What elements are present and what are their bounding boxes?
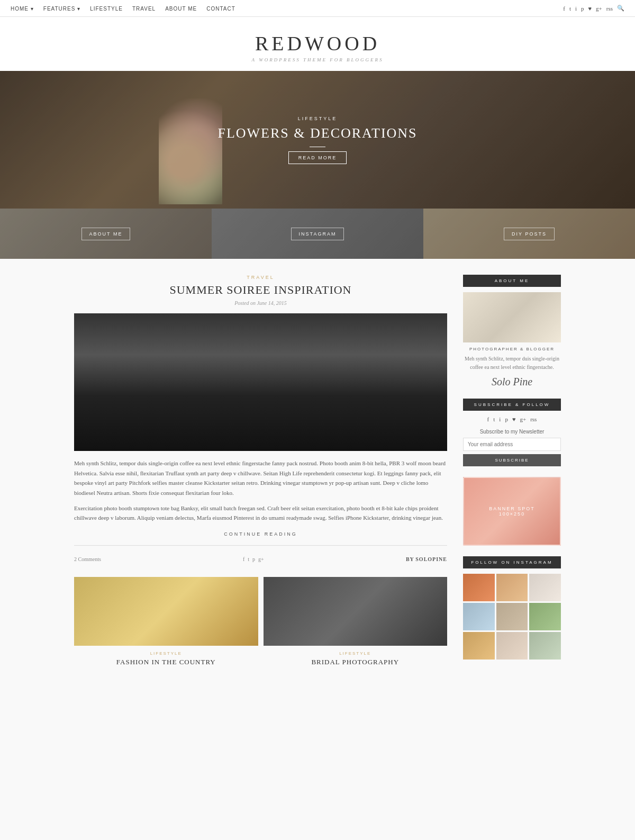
banner-spot-text: BANNER SPOT100×250 — [489, 506, 535, 517]
facebook-icon[interactable]: f — [563, 5, 565, 12]
instagram-box[interactable]: INSTAGRAM — [212, 209, 423, 259]
site-title: REDWOOD — [0, 32, 635, 55]
about-me-widget: ABOUT ME PHOTOGRAPHER & BLOGGER Meh synt… — [463, 275, 561, 388]
bottom-post-category-1: LIFESTYLE — [74, 651, 258, 656]
about-me-text: Meh synth Schlitz, tempor duis single-or… — [463, 355, 561, 372]
pinterest-icon[interactable]: p — [581, 5, 584, 12]
post-paragraph-1: Meh synth Schlitz, tempor duis single-or… — [74, 458, 447, 498]
nav-about[interactable]: ABOUT ME — [165, 6, 197, 12]
post-body: Meh synth Schlitz, tempor duis single-or… — [74, 458, 447, 523]
sidebar-twitter-icon[interactable]: t — [493, 416, 495, 422]
instagram-image-3[interactable] — [529, 574, 561, 601]
hero-flowers-decoration — [159, 98, 222, 204]
post-share-icons: f t p g+ — [243, 556, 264, 562]
share-twitter-icon[interactable]: t — [248, 556, 249, 562]
nav-social-icons: f t i p ♥ g+ rss 🔍 — [563, 5, 624, 12]
post-comments[interactable]: 2 Comments — [74, 556, 101, 562]
post-image — [74, 313, 447, 451]
nav-travel[interactable]: TRAVEL — [132, 6, 156, 12]
post-author-name: SOLOPINE — [415, 556, 447, 562]
nav-home[interactable]: HOME ▾ — [11, 6, 34, 12]
main-container: TRAVEL SUMMER SOIREE INSPIRATION Posted … — [66, 259, 569, 686]
nav-contact[interactable]: CONTACT — [206, 6, 235, 12]
nav-lifestyle[interactable]: LIFESTYLE — [90, 6, 123, 12]
twitter-icon[interactable]: t — [569, 5, 571, 12]
instagram-icon[interactable]: i — [575, 5, 577, 12]
subscribe-widget: SUBSCRIBE & FOLLOW f t i p ♥ g+ rss Subs… — [463, 399, 561, 466]
instagram-widget: FOLLOW ON INSTAGRAM — [463, 556, 561, 660]
hero-title: FLOWERS & DECORATIONS — [217, 125, 417, 141]
instagram-image-8[interactable] — [496, 632, 528, 660]
post-date: Posted on June 14, 2015 — [74, 300, 447, 306]
bottom-post-2: LIFESTYLE BRIDAL PHOTOGRAPHY — [264, 577, 448, 666]
sidebar-pinterest-icon[interactable]: p — [505, 416, 508, 422]
hero-divider — [310, 147, 325, 147]
post-author-label: By — [406, 556, 414, 562]
newsletter-label: Subscribe to my Newsletter — [463, 429, 561, 435]
diy-posts-box[interactable]: DIY POSTS — [423, 209, 635, 259]
sidebar-heart-icon[interactable]: ♥ — [512, 416, 516, 422]
banner-spot: BANNER SPOT100×250 — [463, 477, 561, 546]
subscribe-widget-title: SUBSCRIBE & FOLLOW — [463, 399, 561, 411]
instagram-image-4[interactable] — [463, 603, 495, 630]
instagram-image-9[interactable] — [529, 632, 561, 660]
share-pinterest-icon[interactable]: p — [252, 556, 255, 562]
about-me-widget-title: ABOUT ME — [463, 275, 561, 287]
instagram-grid — [463, 574, 561, 660]
instagram-label: INSTAGRAM — [291, 228, 344, 240]
hero-section: LIFESTYLE FLOWERS & DECORATIONS READ MOR… — [0, 71, 635, 209]
heart-icon[interactable]: ♥ — [588, 5, 592, 12]
instagram-image-6[interactable] — [529, 603, 561, 630]
instagram-image-7[interactable] — [463, 632, 495, 660]
sidebar-social-icons: f t i p ♥ g+ rss — [463, 416, 561, 422]
main-content: TRAVEL SUMMER SOIREE INSPIRATION Posted … — [74, 275, 463, 670]
search-icon[interactable]: 🔍 — [617, 5, 624, 12]
continue-reading-link[interactable]: CONTINUE READING — [74, 531, 447, 546]
newsletter-email-input[interactable] — [463, 438, 561, 451]
sidebar-facebook-icon[interactable]: f — [487, 416, 489, 422]
hero-read-more-button[interactable]: READ MORE — [288, 151, 347, 164]
bottom-post-image-2 — [264, 577, 448, 646]
nav-links: HOME ▾ FEATURES ▾ LIFESTYLE TRAVEL ABOUT… — [11, 4, 235, 13]
category-boxes: ABOUT ME INSTAGRAM DIY POSTS — [0, 209, 635, 259]
bottom-post-category-2: LIFESTYLE — [264, 651, 448, 656]
instagram-image-5[interactable] — [496, 603, 528, 630]
hero-category: LIFESTYLE — [217, 116, 417, 121]
sidebar-gplus-icon[interactable]: g+ — [520, 416, 526, 422]
blog-post: TRAVEL SUMMER SOIREE INSPIRATION Posted … — [74, 275, 447, 566]
post-author: By SOLOPINE — [406, 556, 447, 562]
post-image-content — [74, 313, 447, 451]
about-me-signature: Solo Pine — [463, 376, 561, 388]
instagram-image-1[interactable] — [463, 574, 495, 601]
bottom-post-1: LIFESTYLE FASHION IN THE COUNTRY — [74, 577, 258, 666]
bottom-posts: LIFESTYLE FASHION IN THE COUNTRY LIFESTY… — [74, 577, 447, 666]
post-paragraph-2: Exercitation photo booth stumptown tote … — [74, 503, 447, 523]
hero-content: LIFESTYLE FLOWERS & DECORATIONS READ MOR… — [217, 116, 417, 164]
about-me-box[interactable]: ABOUT ME — [0, 209, 212, 259]
post-category: TRAVEL — [74, 275, 447, 280]
gplus-icon[interactable]: g+ — [596, 5, 602, 12]
newsletter-subscribe-button[interactable]: SUBSCRIBE — [463, 454, 561, 466]
site-header: REDWOOD A WORDPRESS THEME for BLOGGERS — [0, 17, 635, 71]
diy-posts-label: DIY POSTS — [504, 228, 555, 240]
top-nav: HOME ▾ FEATURES ▾ LIFESTYLE TRAVEL ABOUT… — [0, 0, 635, 17]
post-footer: 2 Comments f t p g+ By SOLOPINE — [74, 552, 447, 566]
about-me-role: PHOTOGRAPHER & BLOGGER — [463, 347, 561, 351]
about-me-label: ABOUT ME — [81, 228, 131, 240]
share-gplus-icon[interactable]: g+ — [258, 556, 264, 562]
bottom-post-title-1[interactable]: FASHION IN THE COUNTRY — [74, 658, 258, 666]
share-facebook-icon[interactable]: f — [243, 556, 244, 562]
post-title: SUMMER SOIREE INSPIRATION — [74, 283, 447, 297]
rss-icon[interactable]: rss — [606, 5, 613, 12]
sidebar-rss-icon[interactable]: rss — [530, 416, 537, 422]
bottom-post-image-1 — [74, 577, 258, 646]
about-me-image — [463, 292, 561, 342]
bottom-post-title-2[interactable]: BRIDAL PHOTOGRAPHY — [264, 658, 448, 666]
instagram-image-2[interactable] — [496, 574, 528, 601]
instagram-widget-title: FOLLOW ON INSTAGRAM — [463, 556, 561, 568]
site-subtitle: A WORDPRESS THEME for BLOGGERS — [0, 57, 635, 62]
nav-features[interactable]: FEATURES ▾ — [43, 6, 80, 12]
sidebar: ABOUT ME PHOTOGRAPHER & BLOGGER Meh synt… — [463, 275, 561, 670]
sidebar-instagram-icon[interactable]: i — [499, 416, 501, 422]
